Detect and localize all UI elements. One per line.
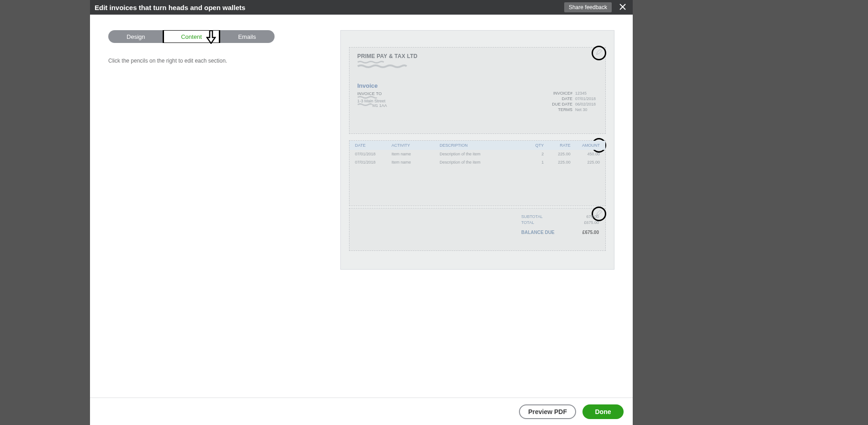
meta-terms: Net 30: [575, 107, 599, 112]
invoice-meta: INVOICE#12345 DATE07/01/2018 DUE DATE06/…: [548, 90, 599, 112]
preview-section-footer: SUBTOTAL675.00 TOTAL£675.00 BALANCE DUE£…: [349, 208, 606, 251]
invoice-customize-modal: Edit invoices that turn heads and open w…: [90, 0, 633, 425]
balance-value: £675.00: [576, 229, 599, 235]
totals-block: SUBTOTAL675.00 TOTAL£675.00 BALANCE DUE£…: [521, 214, 599, 235]
total-value: £675.00: [576, 220, 599, 226]
preview-section-header: PRIME PAY & TAX LTD Invoice INVOICE TO 1…: [349, 47, 606, 134]
close-button[interactable]: [617, 2, 628, 13]
cell-qty: 2: [522, 152, 544, 156]
edit-header-button[interactable]: [592, 46, 606, 60]
meta-due: 06/02/2018: [575, 101, 599, 107]
subtotal-value: 675.00: [576, 214, 599, 220]
meta-invno-label: INVOICE#: [548, 90, 572, 96]
table-header: DATE ACTIVITY DESCRIPTION QTY RATE AMOUN…: [349, 141, 605, 150]
redacted-scribble: [357, 60, 385, 64]
invoice-addr-2: M1 1AA: [372, 103, 387, 108]
cell-date: 07/01/2018: [355, 160, 392, 165]
cell-description: Description of the item: [439, 152, 522, 156]
invoice-to-label: INVOICE TO: [357, 91, 382, 96]
modal-footer: Preview PDF Done: [90, 398, 633, 425]
invoice-address: 1-3 Main Street: [357, 99, 386, 103]
modal-body: Design Content Emails Click the pencils …: [90, 15, 633, 398]
th-activity: ACTIVITY: [392, 143, 439, 148]
balance-label: BALANCE DUE: [521, 229, 558, 235]
redacted-scribble: [357, 103, 373, 106]
line-items-table: DATE ACTIVITY DESCRIPTION QTY RATE AMOUN…: [349, 141, 605, 166]
redacted-scribble: [357, 64, 408, 69]
subtotal-label: SUBTOTAL: [521, 214, 558, 220]
cell-description: Description of the item: [439, 160, 522, 165]
meta-date: 07/01/2018: [575, 96, 599, 101]
tab-design[interactable]: Design: [108, 30, 164, 43]
invoice-title: Invoice: [357, 82, 378, 89]
tab-content[interactable]: Content: [163, 30, 221, 43]
table-row: 07/01/2018 Item name Description of the …: [349, 150, 605, 158]
th-date: DATE: [355, 143, 392, 148]
tabs: Design Content Emails: [108, 30, 275, 43]
meta-due-label: DUE DATE: [548, 101, 572, 107]
share-feedback-button[interactable]: Share feedback: [564, 2, 612, 12]
company-name: PRIME PAY & TAX LTD: [357, 53, 418, 59]
content-hint: Click the pencils on the right to edit e…: [108, 58, 227, 64]
cell-date: 07/01/2018: [355, 152, 392, 156]
total-label: TOTAL: [521, 220, 558, 226]
preview-pdf-button[interactable]: Preview PDF: [519, 404, 576, 419]
th-rate: RATE: [544, 143, 570, 148]
cell-activity: Item name: [392, 152, 439, 156]
meta-date-label: DATE: [548, 96, 572, 101]
table-row: 07/01/2018 Item name Description of the …: [349, 158, 605, 166]
meta-invno: 12345: [575, 90, 599, 96]
cell-rate: 225.00: [544, 160, 570, 165]
cell-rate: 225.00: [544, 152, 570, 156]
cell-amount: 225.00: [571, 160, 600, 165]
modal-title: Edit invoices that turn heads and open w…: [95, 4, 564, 11]
pencil-icon: [596, 49, 602, 57]
th-qty: QTY: [522, 143, 544, 148]
done-button[interactable]: Done: [582, 404, 624, 419]
cell-qty: 1: [522, 160, 544, 165]
tab-emails[interactable]: Emails: [219, 30, 275, 43]
cell-amount: 450.00: [571, 152, 600, 156]
th-amount: AMOUNT: [571, 143, 600, 148]
modal-header: Edit invoices that turn heads and open w…: [90, 0, 633, 15]
cell-activity: Item name: [392, 160, 439, 165]
th-description: DESCRIPTION: [439, 143, 522, 148]
preview-section-table: DATE ACTIVITY DESCRIPTION QTY RATE AMOUN…: [349, 140, 606, 206]
invoice-preview: PRIME PAY & TAX LTD Invoice INVOICE TO 1…: [340, 30, 614, 270]
tabs-container: Design Content Emails: [108, 30, 275, 43]
invoice-addr-1: 1-3 Main Street: [357, 99, 386, 103]
meta-terms-label: TERMS: [548, 107, 572, 112]
close-icon: [619, 4, 626, 11]
